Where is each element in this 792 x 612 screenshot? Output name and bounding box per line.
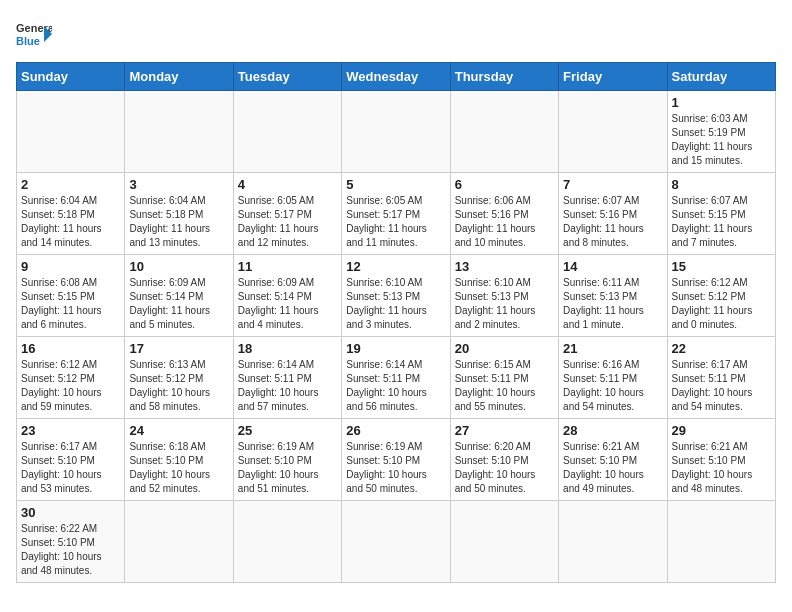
calendar-day-cell: [233, 91, 341, 173]
calendar-day-cell: 23Sunrise: 6:17 AM Sunset: 5:10 PM Dayli…: [17, 419, 125, 501]
calendar-day-cell: [233, 501, 341, 583]
weekday-header: Sunday: [17, 63, 125, 91]
day-info: Sunrise: 6:15 AM Sunset: 5:11 PM Dayligh…: [455, 358, 554, 414]
calendar-week-row: 9Sunrise: 6:08 AM Sunset: 5:15 PM Daylig…: [17, 255, 776, 337]
day-info: Sunrise: 6:12 AM Sunset: 5:12 PM Dayligh…: [672, 276, 771, 332]
day-number: 22: [672, 341, 771, 356]
logo: General Blue: [16, 16, 52, 52]
day-info: Sunrise: 6:14 AM Sunset: 5:11 PM Dayligh…: [238, 358, 337, 414]
weekday-header: Monday: [125, 63, 233, 91]
day-number: 10: [129, 259, 228, 274]
calendar-day-cell: 7Sunrise: 6:07 AM Sunset: 5:16 PM Daylig…: [559, 173, 667, 255]
day-number: 30: [21, 505, 120, 520]
calendar-day-cell: [450, 501, 558, 583]
day-number: 2: [21, 177, 120, 192]
calendar-week-row: 16Sunrise: 6:12 AM Sunset: 5:12 PM Dayli…: [17, 337, 776, 419]
day-number: 4: [238, 177, 337, 192]
day-info: Sunrise: 6:10 AM Sunset: 5:13 PM Dayligh…: [455, 276, 554, 332]
day-info: Sunrise: 6:07 AM Sunset: 5:16 PM Dayligh…: [563, 194, 662, 250]
calendar-day-cell: 29Sunrise: 6:21 AM Sunset: 5:10 PM Dayli…: [667, 419, 775, 501]
page-header: General Blue: [16, 16, 776, 52]
weekday-header: Tuesday: [233, 63, 341, 91]
calendar-day-cell: 8Sunrise: 6:07 AM Sunset: 5:15 PM Daylig…: [667, 173, 775, 255]
calendar-week-row: 23Sunrise: 6:17 AM Sunset: 5:10 PM Dayli…: [17, 419, 776, 501]
day-number: 26: [346, 423, 445, 438]
day-number: 15: [672, 259, 771, 274]
day-number: 17: [129, 341, 228, 356]
day-number: 8: [672, 177, 771, 192]
calendar-day-cell: 14Sunrise: 6:11 AM Sunset: 5:13 PM Dayli…: [559, 255, 667, 337]
day-info: Sunrise: 6:19 AM Sunset: 5:10 PM Dayligh…: [346, 440, 445, 496]
day-info: Sunrise: 6:04 AM Sunset: 5:18 PM Dayligh…: [21, 194, 120, 250]
day-number: 6: [455, 177, 554, 192]
weekday-header-row: SundayMondayTuesdayWednesdayThursdayFrid…: [17, 63, 776, 91]
day-info: Sunrise: 6:03 AM Sunset: 5:19 PM Dayligh…: [672, 112, 771, 168]
calendar-day-cell: 13Sunrise: 6:10 AM Sunset: 5:13 PM Dayli…: [450, 255, 558, 337]
calendar-week-row: 1Sunrise: 6:03 AM Sunset: 5:19 PM Daylig…: [17, 91, 776, 173]
calendar-day-cell: 18Sunrise: 6:14 AM Sunset: 5:11 PM Dayli…: [233, 337, 341, 419]
day-number: 29: [672, 423, 771, 438]
day-number: 24: [129, 423, 228, 438]
day-info: Sunrise: 6:08 AM Sunset: 5:15 PM Dayligh…: [21, 276, 120, 332]
calendar-day-cell: 5Sunrise: 6:05 AM Sunset: 5:17 PM Daylig…: [342, 173, 450, 255]
weekday-header: Thursday: [450, 63, 558, 91]
day-info: Sunrise: 6:14 AM Sunset: 5:11 PM Dayligh…: [346, 358, 445, 414]
calendar-day-cell: [342, 91, 450, 173]
day-info: Sunrise: 6:17 AM Sunset: 5:10 PM Dayligh…: [21, 440, 120, 496]
svg-text:Blue: Blue: [16, 35, 40, 47]
day-info: Sunrise: 6:21 AM Sunset: 5:10 PM Dayligh…: [672, 440, 771, 496]
calendar-day-cell: [17, 91, 125, 173]
day-info: Sunrise: 6:09 AM Sunset: 5:14 PM Dayligh…: [129, 276, 228, 332]
calendar-day-cell: 25Sunrise: 6:19 AM Sunset: 5:10 PM Dayli…: [233, 419, 341, 501]
day-number: 25: [238, 423, 337, 438]
calendar-day-cell: 17Sunrise: 6:13 AM Sunset: 5:12 PM Dayli…: [125, 337, 233, 419]
calendar-week-row: 30Sunrise: 6:22 AM Sunset: 5:10 PM Dayli…: [17, 501, 776, 583]
day-info: Sunrise: 6:19 AM Sunset: 5:10 PM Dayligh…: [238, 440, 337, 496]
calendar-day-cell: [667, 501, 775, 583]
calendar-day-cell: [125, 91, 233, 173]
calendar-day-cell: 24Sunrise: 6:18 AM Sunset: 5:10 PM Dayli…: [125, 419, 233, 501]
day-info: Sunrise: 6:20 AM Sunset: 5:10 PM Dayligh…: [455, 440, 554, 496]
day-number: 18: [238, 341, 337, 356]
day-info: Sunrise: 6:13 AM Sunset: 5:12 PM Dayligh…: [129, 358, 228, 414]
day-info: Sunrise: 6:05 AM Sunset: 5:17 PM Dayligh…: [238, 194, 337, 250]
calendar-day-cell: 20Sunrise: 6:15 AM Sunset: 5:11 PM Dayli…: [450, 337, 558, 419]
calendar-day-cell: 10Sunrise: 6:09 AM Sunset: 5:14 PM Dayli…: [125, 255, 233, 337]
day-number: 9: [21, 259, 120, 274]
weekday-header: Saturday: [667, 63, 775, 91]
calendar-day-cell: [559, 91, 667, 173]
day-number: 1: [672, 95, 771, 110]
day-info: Sunrise: 6:06 AM Sunset: 5:16 PM Dayligh…: [455, 194, 554, 250]
day-info: Sunrise: 6:11 AM Sunset: 5:13 PM Dayligh…: [563, 276, 662, 332]
day-info: Sunrise: 6:09 AM Sunset: 5:14 PM Dayligh…: [238, 276, 337, 332]
calendar-day-cell: [559, 501, 667, 583]
calendar-day-cell: 27Sunrise: 6:20 AM Sunset: 5:10 PM Dayli…: [450, 419, 558, 501]
day-info: Sunrise: 6:12 AM Sunset: 5:12 PM Dayligh…: [21, 358, 120, 414]
weekday-header: Wednesday: [342, 63, 450, 91]
day-number: 23: [21, 423, 120, 438]
calendar-day-cell: 19Sunrise: 6:14 AM Sunset: 5:11 PM Dayli…: [342, 337, 450, 419]
day-info: Sunrise: 6:07 AM Sunset: 5:15 PM Dayligh…: [672, 194, 771, 250]
day-info: Sunrise: 6:05 AM Sunset: 5:17 PM Dayligh…: [346, 194, 445, 250]
day-info: Sunrise: 6:18 AM Sunset: 5:10 PM Dayligh…: [129, 440, 228, 496]
calendar-day-cell: 28Sunrise: 6:21 AM Sunset: 5:10 PM Dayli…: [559, 419, 667, 501]
day-info: Sunrise: 6:21 AM Sunset: 5:10 PM Dayligh…: [563, 440, 662, 496]
calendar-day-cell: 21Sunrise: 6:16 AM Sunset: 5:11 PM Dayli…: [559, 337, 667, 419]
day-number: 12: [346, 259, 445, 274]
day-number: 21: [563, 341, 662, 356]
day-number: 7: [563, 177, 662, 192]
day-number: 13: [455, 259, 554, 274]
day-number: 20: [455, 341, 554, 356]
calendar-day-cell: [342, 501, 450, 583]
weekday-header: Friday: [559, 63, 667, 91]
day-number: 11: [238, 259, 337, 274]
day-info: Sunrise: 6:16 AM Sunset: 5:11 PM Dayligh…: [563, 358, 662, 414]
day-number: 28: [563, 423, 662, 438]
calendar-day-cell: 9Sunrise: 6:08 AM Sunset: 5:15 PM Daylig…: [17, 255, 125, 337]
day-number: 5: [346, 177, 445, 192]
calendar-day-cell: 3Sunrise: 6:04 AM Sunset: 5:18 PM Daylig…: [125, 173, 233, 255]
logo-icon: General Blue: [16, 16, 52, 52]
calendar-day-cell: 11Sunrise: 6:09 AM Sunset: 5:14 PM Dayli…: [233, 255, 341, 337]
calendar-day-cell: 22Sunrise: 6:17 AM Sunset: 5:11 PM Dayli…: [667, 337, 775, 419]
calendar-day-cell: 4Sunrise: 6:05 AM Sunset: 5:17 PM Daylig…: [233, 173, 341, 255]
